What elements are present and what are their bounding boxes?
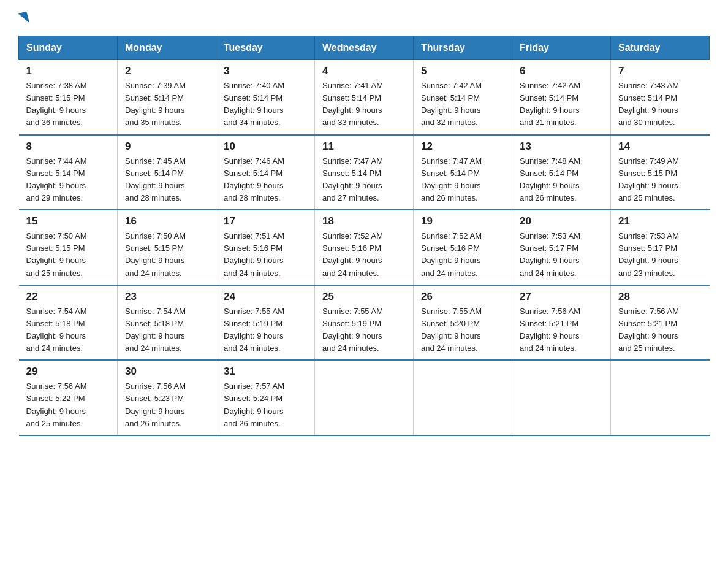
day-number: 30: [125, 366, 208, 378]
calendar-cell: 26 Sunrise: 7:55 AMSunset: 5:20 PMDaylig…: [414, 285, 512, 361]
day-number: 9: [125, 140, 208, 153]
day-info: Sunrise: 7:41 AMSunset: 5:14 PMDaylight:…: [322, 81, 383, 127]
day-info: Sunrise: 7:44 AMSunset: 5:14 PMDaylight:…: [26, 156, 87, 202]
day-info: Sunrise: 7:42 AMSunset: 5:14 PMDaylight:…: [520, 81, 580, 127]
page-header: [18, 12, 710, 25]
logo-arrow-icon: [18, 12, 30, 26]
calendar-cell: 12 Sunrise: 7:47 AMSunset: 5:14 PMDaylig…: [414, 135, 512, 210]
calendar-cell: 21 Sunrise: 7:53 AMSunset: 5:17 PMDaylig…: [611, 210, 710, 285]
calendar-week-row: 8 Sunrise: 7:44 AMSunset: 5:14 PMDayligh…: [19, 135, 710, 210]
calendar-cell: 31 Sunrise: 7:57 AMSunset: 5:24 PMDaylig…: [216, 360, 315, 435]
calendar-cell: 27 Sunrise: 7:56 AMSunset: 5:21 PMDaylig…: [512, 285, 611, 361]
calendar-cell: 4 Sunrise: 7:41 AMSunset: 5:14 PMDayligh…: [315, 60, 414, 135]
day-info: Sunrise: 7:40 AMSunset: 5:14 PMDaylight:…: [224, 81, 284, 127]
day-info: Sunrise: 7:56 AMSunset: 5:22 PMDaylight:…: [26, 381, 87, 427]
day-info: Sunrise: 7:42 AMSunset: 5:14 PMDaylight:…: [421, 81, 482, 127]
day-number: 6: [520, 65, 603, 77]
day-info: Sunrise: 7:56 AMSunset: 5:21 PMDaylight:…: [618, 307, 679, 353]
calendar-cell: 19 Sunrise: 7:52 AMSunset: 5:16 PMDaylig…: [414, 210, 512, 285]
weekday-header-thursday: Thursday: [414, 36, 512, 60]
day-number: 5: [421, 65, 504, 77]
calendar-cell: 11 Sunrise: 7:47 AMSunset: 5:14 PMDaylig…: [315, 135, 414, 210]
day-info: Sunrise: 7:55 AMSunset: 5:19 PMDaylight:…: [322, 307, 383, 353]
weekday-header-monday: Monday: [118, 36, 216, 60]
calendar-cell: 22 Sunrise: 7:54 AMSunset: 5:18 PMDaylig…: [19, 285, 118, 361]
calendar-cell: 3 Sunrise: 7:40 AMSunset: 5:14 PMDayligh…: [216, 60, 315, 135]
calendar-cell: [611, 360, 710, 435]
day-number: 23: [125, 291, 208, 303]
day-number: 3: [224, 65, 307, 77]
weekday-header-tuesday: Tuesday: [216, 36, 315, 60]
calendar-cell: 23 Sunrise: 7:54 AMSunset: 5:18 PMDaylig…: [118, 285, 216, 361]
day-number: 10: [224, 140, 307, 153]
day-info: Sunrise: 7:54 AMSunset: 5:18 PMDaylight:…: [26, 307, 87, 353]
logo-blue-part: [18, 12, 29, 25]
day-number: 15: [26, 215, 110, 228]
day-info: Sunrise: 7:47 AMSunset: 5:14 PMDaylight:…: [322, 156, 383, 202]
day-number: 28: [618, 291, 702, 303]
calendar-cell: 2 Sunrise: 7:39 AMSunset: 5:14 PMDayligh…: [118, 60, 216, 135]
logo: [18, 12, 29, 25]
day-number: 8: [26, 140, 110, 153]
calendar-cell: 18 Sunrise: 7:52 AMSunset: 5:16 PMDaylig…: [315, 210, 414, 285]
day-info: Sunrise: 7:52 AMSunset: 5:16 PMDaylight:…: [421, 231, 482, 277]
day-number: 1: [26, 65, 110, 77]
weekday-header-row: SundayMondayTuesdayWednesdayThursdayFrid…: [19, 36, 710, 60]
calendar-cell: 29 Sunrise: 7:56 AMSunset: 5:22 PMDaylig…: [19, 360, 118, 435]
day-info: Sunrise: 7:39 AMSunset: 5:14 PMDaylight:…: [125, 81, 186, 127]
day-info: Sunrise: 7:43 AMSunset: 5:14 PMDaylight:…: [618, 81, 679, 127]
day-number: 18: [322, 215, 406, 228]
weekday-header-sunday: Sunday: [19, 36, 118, 60]
day-info: Sunrise: 7:47 AMSunset: 5:14 PMDaylight:…: [421, 156, 482, 202]
day-number: 17: [224, 215, 307, 228]
day-number: 4: [322, 65, 406, 77]
day-info: Sunrise: 7:53 AMSunset: 5:17 PMDaylight:…: [618, 231, 679, 277]
day-number: 24: [224, 291, 307, 303]
calendar-week-row: 29 Sunrise: 7:56 AMSunset: 5:22 PMDaylig…: [19, 360, 710, 435]
day-info: Sunrise: 7:54 AMSunset: 5:18 PMDaylight:…: [125, 307, 186, 353]
calendar-cell: 30 Sunrise: 7:56 AMSunset: 5:23 PMDaylig…: [118, 360, 216, 435]
calendar-cell: 6 Sunrise: 7:42 AMSunset: 5:14 PMDayligh…: [512, 60, 611, 135]
calendar-cell: 17 Sunrise: 7:51 AMSunset: 5:16 PMDaylig…: [216, 210, 315, 285]
day-info: Sunrise: 7:49 AMSunset: 5:15 PMDaylight:…: [618, 156, 679, 202]
day-info: Sunrise: 7:51 AMSunset: 5:16 PMDaylight:…: [224, 231, 284, 277]
calendar-cell: 14 Sunrise: 7:49 AMSunset: 5:15 PMDaylig…: [611, 135, 710, 210]
day-number: 14: [618, 140, 702, 153]
day-number: 29: [26, 366, 110, 378]
day-info: Sunrise: 7:50 AMSunset: 5:15 PMDaylight:…: [26, 231, 87, 277]
day-info: Sunrise: 7:56 AMSunset: 5:21 PMDaylight:…: [520, 307, 580, 353]
day-info: Sunrise: 7:52 AMSunset: 5:16 PMDaylight:…: [322, 231, 383, 277]
calendar-cell: 20 Sunrise: 7:53 AMSunset: 5:17 PMDaylig…: [512, 210, 611, 285]
day-info: Sunrise: 7:55 AMSunset: 5:20 PMDaylight:…: [421, 307, 482, 353]
calendar-cell: 1 Sunrise: 7:38 AMSunset: 5:15 PMDayligh…: [19, 60, 118, 135]
day-number: 16: [125, 215, 208, 228]
calendar-cell: 7 Sunrise: 7:43 AMSunset: 5:14 PMDayligh…: [611, 60, 710, 135]
day-number: 2: [125, 65, 208, 77]
calendar-cell: 9 Sunrise: 7:45 AMSunset: 5:14 PMDayligh…: [118, 135, 216, 210]
calendar-cell: [414, 360, 512, 435]
day-number: 19: [421, 215, 504, 228]
weekday-header-friday: Friday: [512, 36, 611, 60]
calendar-cell: 24 Sunrise: 7:55 AMSunset: 5:19 PMDaylig…: [216, 285, 315, 361]
day-number: 25: [322, 291, 406, 303]
day-info: Sunrise: 7:53 AMSunset: 5:17 PMDaylight:…: [520, 231, 580, 277]
calendar-cell: [315, 360, 414, 435]
day-info: Sunrise: 7:38 AMSunset: 5:15 PMDaylight:…: [26, 81, 87, 127]
day-number: 26: [421, 291, 504, 303]
calendar-cell: 10 Sunrise: 7:46 AMSunset: 5:14 PMDaylig…: [216, 135, 315, 210]
day-number: 11: [322, 140, 406, 153]
calendar-week-row: 22 Sunrise: 7:54 AMSunset: 5:18 PMDaylig…: [19, 285, 710, 361]
day-info: Sunrise: 7:46 AMSunset: 5:14 PMDaylight:…: [224, 156, 284, 202]
calendar-cell: 28 Sunrise: 7:56 AMSunset: 5:21 PMDaylig…: [611, 285, 710, 361]
day-info: Sunrise: 7:57 AMSunset: 5:24 PMDaylight:…: [224, 381, 284, 427]
weekday-header-saturday: Saturday: [611, 36, 710, 60]
calendar-table: SundayMondayTuesdayWednesdayThursdayFrid…: [18, 36, 710, 436]
day-number: 7: [618, 65, 702, 77]
day-info: Sunrise: 7:50 AMSunset: 5:15 PMDaylight:…: [125, 231, 186, 277]
calendar-cell: 13 Sunrise: 7:48 AMSunset: 5:14 PMDaylig…: [512, 135, 611, 210]
day-info: Sunrise: 7:45 AMSunset: 5:14 PMDaylight:…: [125, 156, 186, 202]
calendar-cell: 8 Sunrise: 7:44 AMSunset: 5:14 PMDayligh…: [19, 135, 118, 210]
day-number: 27: [520, 291, 603, 303]
day-number: 12: [421, 140, 504, 153]
calendar-cell: 16 Sunrise: 7:50 AMSunset: 5:15 PMDaylig…: [118, 210, 216, 285]
